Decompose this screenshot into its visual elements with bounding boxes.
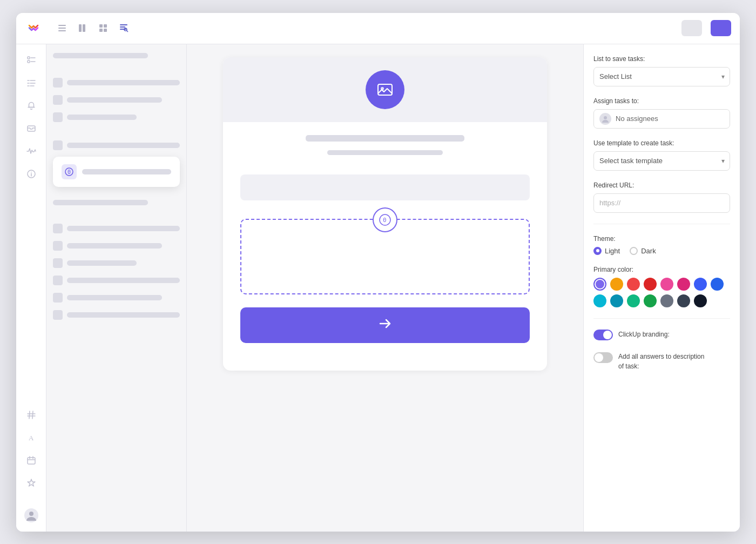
color-swatch-dark-gray[interactable]: [677, 294, 690, 307]
list-view-icon[interactable]: [55, 21, 69, 35]
hashtag-nav-icon[interactable]: [22, 405, 41, 425]
list-to-save-label: List to save tasks:: [593, 55, 730, 63]
topbar-action-btn-gray[interactable]: [681, 20, 702, 36]
svg-rect-33: [28, 458, 35, 464]
user-avatar-icon[interactable]: [22, 506, 41, 525]
skel-text-10: [67, 312, 180, 318]
svg-point-45: [604, 116, 607, 119]
skel-icon-6: [53, 241, 63, 251]
svg-point-27: [31, 171, 32, 172]
skel-icon-5: [53, 224, 63, 233]
color-swatch-indigo[interactable]: [694, 278, 707, 291]
assign-tasks-label: Assign tasks to:: [593, 97, 730, 105]
color-swatch-teal[interactable]: [610, 294, 623, 307]
bell-nav-icon[interactable]: [22, 96, 41, 116]
svg-rect-11: [120, 26, 125, 28]
template-label: Use template to create task:: [593, 139, 730, 147]
skel-text-4: [67, 143, 180, 148]
color-swatch-fuchsia[interactable]: [677, 278, 690, 291]
color-swatch-red[interactable]: [627, 278, 640, 291]
color-swatch-blue[interactable]: [711, 278, 724, 291]
form-image-icon: [366, 70, 404, 109]
center-content: 0: [187, 44, 583, 532]
color-swatch-gray[interactable]: [660, 294, 673, 307]
primary-color-label: Primary color:: [593, 266, 730, 273]
text-nav-icon[interactable]: A: [22, 428, 41, 447]
theme-label: Theme:: [593, 235, 730, 243]
svg-line-29: [32, 411, 33, 419]
form-header: [223, 57, 547, 122]
form-view-icon[interactable]: [117, 21, 131, 35]
list-nav-icon[interactable]: [22, 73, 41, 93]
answers-label: Add all answers to description of task:: [618, 353, 704, 371]
redirect-url-label: Redirect URL:: [593, 182, 730, 189]
topbar-action-btn-purple[interactable]: [711, 20, 731, 36]
svg-rect-41: [378, 84, 392, 95]
list-select[interactable]: Select List My List Project A: [593, 67, 730, 86]
theme-light-label: Light: [605, 247, 620, 255]
color-swatch-cyan[interactable]: [593, 294, 606, 307]
skel-item-1: [53, 53, 148, 58]
color-swatch-pink[interactable]: [660, 278, 673, 291]
theme-light-option[interactable]: Light: [593, 247, 620, 255]
svg-rect-14: [28, 57, 30, 59]
theme-light-radio[interactable]: [593, 247, 602, 255]
svg-rect-5: [83, 24, 85, 32]
skel-icon-10: [53, 310, 63, 320]
submit-button[interactable]: [240, 307, 530, 343]
color-swatch-amber[interactable]: [610, 278, 623, 291]
svg-rect-16: [28, 61, 30, 63]
color-swatch-darkred[interactable]: [644, 278, 657, 291]
divider-1: [593, 224, 730, 224]
svg-rect-6: [99, 24, 103, 28]
skel-icon-9: [53, 293, 63, 303]
svg-rect-7: [104, 24, 107, 28]
list-select-wrapper: Select List My List Project A ▾: [593, 67, 730, 86]
color-swatch-emerald[interactable]: [627, 294, 640, 307]
form-drop-zone[interactable]: 0: [240, 219, 530, 294]
svg-rect-3: [58, 30, 66, 31]
color-swatch-purple[interactable]: [593, 278, 606, 291]
template-select-wrapper: Select task template Bug Report Feature …: [593, 151, 730, 171]
svg-text:0: 0: [68, 169, 71, 175]
assignee-text: No assignees: [616, 115, 724, 123]
calendar-nav-icon[interactable]: [22, 451, 41, 470]
color-swatch-green[interactable]: [644, 294, 657, 307]
theme-dark-radio[interactable]: [630, 247, 638, 255]
theme-dark-option[interactable]: Dark: [630, 247, 656, 255]
branding-toggle[interactable]: [593, 330, 613, 340]
template-select[interactable]: Select task template Bug Report Feature …: [593, 151, 730, 171]
svg-text:A: A: [29, 434, 34, 442]
skel-icon-3: [53, 112, 63, 122]
assignee-selector[interactable]: No assignees: [593, 109, 730, 129]
submit-arrow-icon: [378, 317, 392, 334]
tasks-nav-icon[interactable]: [22, 51, 41, 70]
skel-text-8: [67, 278, 180, 283]
svg-rect-4: [79, 24, 82, 32]
info-nav-icon[interactable]: [22, 164, 41, 184]
inbox-nav-icon[interactable]: [22, 119, 41, 138]
divider-2: [593, 318, 730, 319]
list-to-save-section: List to save tasks: Select List My List …: [593, 55, 730, 86]
board-view-icon[interactable]: [76, 21, 90, 35]
answers-section: Add all answers to description of task:: [593, 351, 730, 372]
right-panel: List to save tasks: Select List My List …: [583, 44, 740, 532]
color-swatch-black[interactable]: [694, 294, 707, 307]
pulse-nav-icon[interactable]: [22, 142, 41, 161]
assignee-avatar: [599, 113, 611, 125]
left-panel-card[interactable]: 0: [53, 157, 180, 187]
view-toggle-group: [55, 21, 131, 35]
card-text-1: [82, 169, 171, 174]
top-bar: [16, 13, 740, 44]
form-input-skeleton: [240, 174, 530, 200]
skel-text-2: [67, 97, 162, 103]
redirect-url-input[interactable]: [593, 193, 730, 213]
template-section: Use template to create task: Select task…: [593, 139, 730, 171]
theme-dark-label: Dark: [641, 247, 656, 255]
skel-text-5: [67, 226, 180, 231]
answers-toggle[interactable]: [593, 352, 613, 363]
form-body: 0: [223, 122, 547, 307]
gallery-view-icon[interactable]: [96, 21, 110, 35]
star-nav-icon[interactable]: [22, 473, 41, 493]
skel-text-1: [67, 80, 180, 85]
